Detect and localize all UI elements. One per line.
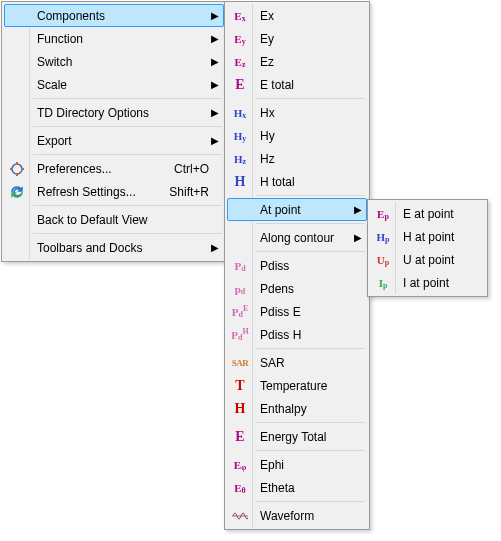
menu-item-label: Etheta [252,481,366,495]
menu-item-label: E total [252,78,366,92]
menu-item-along-contour[interactable]: Along contour ▶ [227,226,367,249]
menu-item-hy[interactable]: Hy Hy [227,124,367,147]
pdisse-icon: PdE [228,306,252,318]
menu-item-shortcut: Shift+R [169,185,223,199]
context-menu-settings: Components ▶ Function ▶ Switch ▶ Scale ▶… [1,1,227,262]
menu-item-energy-total[interactable]: E Energy Total [227,425,367,448]
menu-item-label: Ez [252,55,366,69]
menu-item-label: Ex [252,9,366,23]
menu-item-label: Hz [252,152,366,166]
menu-item-waveform[interactable]: Waveform [227,504,367,527]
submenu-arrow-icon: ▶ [209,107,221,118]
menu-separator [256,251,365,252]
menu-item-label: Waveform [252,509,366,523]
menu-item-htotal[interactable]: H H total [227,170,367,193]
menu-item-hx[interactable]: Hx Hx [227,101,367,124]
menu-item-label: Ephi [252,458,366,472]
submenu-arrow-icon: ▶ [209,242,221,253]
menu-item-label: Energy Total [252,430,366,444]
submenu-arrow-icon: ▶ [209,79,221,90]
submenu-arrow-icon: ▶ [352,232,364,243]
menu-item-label: Enthalpy [252,402,366,416]
refresh-icon [5,184,29,200]
menu-item-at-point[interactable]: At point ▶ [227,198,367,221]
menu-item-ey[interactable]: Ey Ey [227,27,367,50]
menu-item-label: Along contour [252,231,352,245]
temperature-icon: T [228,378,252,394]
menu-item-etheta[interactable]: Eθ Etheta [227,476,367,499]
menu-item-ephi[interactable]: Eφ Ephi [227,453,367,476]
menu-item-u-at-point[interactable]: Up U at point [370,248,485,271]
menu-item-label: U at point [395,253,484,267]
menu-item-label: Toolbars and Docks [29,241,209,255]
menu-item-label: Scale [29,78,209,92]
menu-item-label: Back to Default View [29,213,223,227]
menu-item-shortcut: Ctrl+O [174,162,223,176]
svg-rect-1 [16,162,18,165]
menu-item-td-directory-options[interactable]: TD Directory Options ▶ [4,101,224,124]
menu-item-components[interactable]: Components ▶ [4,4,224,27]
svg-rect-4 [21,168,24,170]
menu-item-label: H at point [395,230,484,244]
menu-item-label: SAR [252,356,366,370]
menu-item-label: Components [29,9,209,23]
menu-item-export[interactable]: Export ▶ [4,129,224,152]
menu-item-label: Pdiss H [252,328,366,342]
menu-item-ez[interactable]: Ez Ez [227,50,367,73]
menu-item-label: TD Directory Options [29,106,209,120]
menu-item-function[interactable]: Function ▶ [4,27,224,50]
menu-item-pdens[interactable]: pd Pdens [227,277,367,300]
menu-item-i-at-point[interactable]: Ip I at point [370,271,485,294]
h-icon: H [228,174,252,190]
e-icon: E [228,77,252,93]
menu-item-scale[interactable]: Scale ▶ [4,73,224,96]
menu-item-pdisse[interactable]: PdE Pdiss E [227,300,367,323]
menu-item-toolbars-and-docks[interactable]: Toolbars and Docks ▶ [4,236,224,259]
menu-item-etotal[interactable]: E E total [227,73,367,96]
menu-item-h-at-point[interactable]: Hp H at point [370,225,485,248]
menu-item-back-to-default-view[interactable]: Back to Default View [4,208,224,231]
menu-item-sar[interactable]: SAR SAR [227,351,367,374]
hy-icon: Hy [228,130,252,142]
menu-item-label: Preferences... [29,162,174,176]
menu-separator [256,348,365,349]
menu-item-e-at-point[interactable]: Ep E at point [370,202,485,225]
energy-icon: E [228,429,252,445]
menu-item-label: Temperature [252,379,366,393]
pdens-icon: pd [228,283,252,295]
menu-item-label: Pdiss [252,259,366,273]
menu-item-label: I at point [395,276,484,290]
submenu-arrow-icon: ▶ [209,10,221,21]
menu-separator [33,154,222,155]
pd-icon: Pd [228,260,252,272]
menu-separator [33,98,222,99]
ex-icon: Ex [228,10,252,22]
submenu-arrow-icon: ▶ [352,204,364,215]
menu-item-pdissh[interactable]: PdH Pdiss H [227,323,367,346]
menu-item-label: Pdiss E [252,305,366,319]
hz-icon: Hz [228,153,252,165]
menu-item-enthalpy[interactable]: H Enthalpy [227,397,367,420]
menu-separator [256,422,365,423]
menu-separator [256,450,365,451]
menu-separator [256,195,365,196]
menu-item-refresh-settings[interactable]: Refresh Settings... Shift+R [4,180,224,203]
ephi-icon: Eφ [228,459,252,471]
menu-item-switch[interactable]: Switch ▶ [4,50,224,73]
menu-item-temperature[interactable]: T Temperature [227,374,367,397]
etheta-icon: Eθ [228,482,252,494]
ey-icon: Ey [228,33,252,45]
submenu-arrow-icon: ▶ [209,56,221,67]
submenu-arrow-icon: ▶ [209,33,221,44]
menu-item-ex[interactable]: Ex Ex [227,4,367,27]
menu-item-label: Switch [29,55,209,69]
pdissh-icon: PdH [228,329,252,341]
svg-rect-2 [16,173,18,176]
menu-item-label: H total [252,175,366,189]
menu-item-hz[interactable]: Hz Hz [227,147,367,170]
menu-item-preferences[interactable]: Preferences... Ctrl+O [4,157,224,180]
menu-item-pdiss[interactable]: Pd Pdiss [227,254,367,277]
menu-item-label: E at point [395,207,484,221]
hx-icon: Hx [228,107,252,119]
menu-separator [33,205,222,206]
